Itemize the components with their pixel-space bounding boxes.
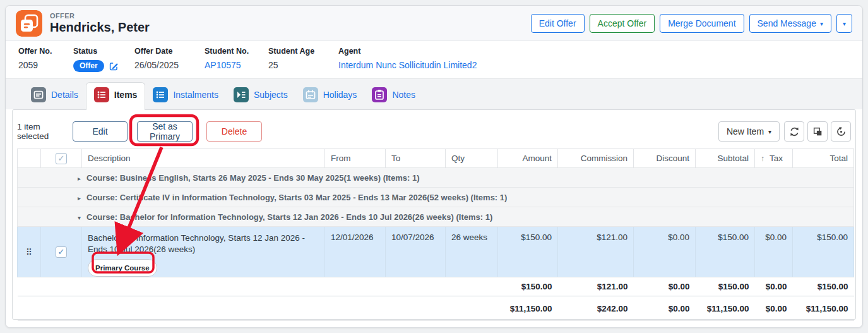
offer-date-value: 26/05/2025 <box>134 60 205 70</box>
group-row-business-english[interactable]: ▸Course: Business English, Starts 26 May… <box>18 168 854 188</box>
item-from: 12/01/2026 <box>325 227 386 277</box>
tab-holidays-label: Holidays <box>323 90 357 100</box>
tab-subjects[interactable]: Subjects <box>226 83 295 108</box>
more-actions-button[interactable]: ▾ <box>836 14 852 33</box>
offer-card: OFFER Hendricks, Peter Edit Offer Accept… <box>5 5 863 328</box>
items-toolbar: 1 item selected Edit Set as Primary Dele… <box>13 110 855 148</box>
group-total-total: $150.00 <box>793 277 854 296</box>
offer-date-label: Offer Date <box>134 47 205 56</box>
grand-total-row: $11,150.00 $242.00 $0.00 $11,150.00 $0.0… <box>18 296 854 321</box>
offer-info-bar: Offer No. 2059 Status Offer Offer Date 2… <box>6 41 862 79</box>
item-commission: $121.00 <box>558 227 634 277</box>
item-total: $150.00 <box>793 227 854 277</box>
column-tax[interactable]: ↑Tax <box>755 149 793 168</box>
page-header: OFFER Hendricks, Peter Edit Offer Accept… <box>6 6 862 41</box>
column-subtotal[interactable]: Subtotal <box>696 149 755 168</box>
send-message-label: Send Message <box>758 18 816 28</box>
status-label: Status <box>73 47 134 56</box>
item-description: Bachelor for Information Technology, Sta… <box>88 233 305 254</box>
select-all-checkbox[interactable]: ✓ <box>56 153 67 164</box>
student-no-label: Student No. <box>205 47 268 56</box>
edit-item-button[interactable]: Edit <box>73 121 128 142</box>
notes-icon <box>372 87 387 102</box>
group-label: Course: Bachelor for Information Technol… <box>86 212 492 222</box>
group-row-bachelor-it[interactable]: ▾Course: Bachelor for Information Techno… <box>18 207 854 227</box>
history-icon <box>836 126 847 137</box>
column-discount[interactable]: Discount <box>634 149 696 168</box>
tab-items-label: Items <box>114 90 138 100</box>
column-chooser-button[interactable] <box>807 121 828 142</box>
field-student-age: Student Age 25 <box>268 47 338 78</box>
group-label: Course: Business English, Starts 26 May … <box>86 173 419 183</box>
page-title: Hendricks, Peter <box>50 20 150 35</box>
item-tax: $0.00 <box>755 227 793 277</box>
edit-status-icon[interactable] <box>109 61 119 71</box>
tab-items[interactable]: Items <box>86 82 146 110</box>
item-subtotal: $150.00 <box>696 227 755 277</box>
tab-notes[interactable]: Notes <box>364 83 423 108</box>
expand-expanded-icon[interactable]: ▾ <box>78 214 81 221</box>
items-table: ✓ Description From To Qty Amount Commiss… <box>17 148 854 321</box>
refresh-button[interactable] <box>784 121 804 142</box>
row-checkbox[interactable]: ✓ <box>56 246 67 258</box>
drag-handle[interactable]: ⠿ <box>18 227 41 277</box>
chevron-down-icon: ▾ <box>843 21 846 27</box>
column-from[interactable]: From <box>325 149 386 168</box>
tab-holidays[interactable]: Holidays <box>295 83 365 108</box>
selection-count: 1 item selected <box>17 122 73 141</box>
history-button[interactable] <box>831 121 851 142</box>
field-offer-date: Offer Date 26/05/2025 <box>134 47 205 78</box>
item-to: 10/07/2026 <box>386 227 446 277</box>
group-total-tax: $0.00 <box>755 277 793 296</box>
column-total[interactable]: Total <box>793 149 854 168</box>
accept-offer-button[interactable]: Accept Offer <box>590 14 655 33</box>
new-item-button[interactable]: New Item ▾ <box>718 121 780 142</box>
status-badge: Offer <box>73 60 104 72</box>
tab-details[interactable]: Details <box>23 83 86 108</box>
column-amount[interactable]: Amount <box>498 149 558 168</box>
details-icon <box>31 87 46 102</box>
grand-total-subtotal: $11,150.00 <box>696 296 755 321</box>
item-row-selected[interactable]: ⠿ ✓ Bachelor for Information Technology,… <box>18 227 854 277</box>
set-as-primary-button[interactable]: Set as Primary <box>137 121 193 142</box>
column-description[interactable]: Description <box>82 149 325 168</box>
column-chooser-icon <box>812 126 823 137</box>
agent-link[interactable]: Interdum Nunc Sollicitudin Limited2 <box>338 60 477 70</box>
send-message-button[interactable]: Send Message ▾ <box>749 14 831 33</box>
grand-total-tax: $0.00 <box>755 296 793 321</box>
expand-collapsed-icon[interactable]: ▸ <box>78 195 81 202</box>
subjects-icon <box>234 87 249 102</box>
student-age-label: Student Age <box>268 47 338 56</box>
column-qty[interactable]: Qty <box>446 149 498 168</box>
expand-collapsed-icon[interactable]: ▸ <box>78 175 81 182</box>
tab-instalments[interactable]: Instalments <box>145 83 226 108</box>
tab-instalments-label: Instalments <box>173 90 218 100</box>
group-total-subtotal: $150.00 <box>696 277 755 296</box>
group-total-amount: $150.00 <box>498 277 558 296</box>
merge-document-button[interactable]: Merge Document <box>660 14 744 33</box>
item-amount: $150.00 <box>498 227 558 277</box>
column-tax-label: Tax <box>770 154 783 163</box>
field-agent: Agent Interdum Nunc Sollicitudin Limited… <box>338 47 477 78</box>
student-age-value: 25 <box>268 60 338 70</box>
grand-total-total: $11,150.00 <box>793 296 854 321</box>
group-total-commission: $121.00 <box>558 277 634 296</box>
delete-item-button[interactable]: Delete <box>206 121 262 142</box>
table-header-row: ✓ Description From To Qty Amount Commiss… <box>18 149 854 168</box>
tab-notes-label: Notes <box>392 90 415 100</box>
student-no-link[interactable]: AP10575 <box>205 60 241 70</box>
tab-bar: Details Items Instalments Sub <box>6 79 862 109</box>
chevron-down-icon: ▾ <box>820 21 823 27</box>
grand-total-discount: $0.00 <box>634 296 696 321</box>
refresh-icon <box>789 126 800 137</box>
group-total-row: $150.00 $121.00 $0.00 $150.00 $0.00 $150… <box>18 277 854 296</box>
item-qty: 26 weeks <box>446 227 498 277</box>
edit-offer-button[interactable]: Edit Offer <box>531 14 585 33</box>
app-logo-icon <box>16 10 42 37</box>
group-row-certificate-iv[interactable]: ▸Course: Certificate IV in Information T… <box>18 188 854 207</box>
group-label: Course: Certificate IV in Information Te… <box>86 193 507 202</box>
column-to[interactable]: To <box>386 149 446 168</box>
column-commission[interactable]: Commission <box>558 149 634 168</box>
instalments-icon <box>153 87 168 102</box>
offer-no-value: 2059 <box>18 60 73 70</box>
